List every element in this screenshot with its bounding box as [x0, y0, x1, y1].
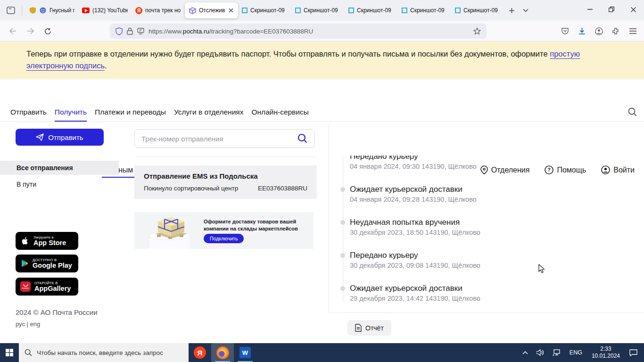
taskbar-clock[interactable]: 2:33 10.01.2024 — [588, 346, 624, 360]
firefox-icon — [216, 346, 229, 359]
sidebar-item-in-transit[interactable]: В пути — [17, 181, 36, 188]
url-scheme: https://www. — [149, 28, 183, 35]
event-title: Ожидает курьерской доставки — [350, 284, 462, 293]
nav-send[interactable]: Отправить — [10, 103, 47, 122]
tab-close-icon[interactable] — [228, 8, 234, 13]
track-number-input[interactable] — [134, 129, 315, 148]
extensions-button[interactable] — [609, 24, 623, 38]
close-window-button[interactable] — [622, 0, 644, 19]
event-details: 30 декабря 2023, 09:08 143190, Щёлково — [350, 262, 480, 269]
back-button[interactable] — [6, 24, 20, 38]
volume-icon[interactable] — [534, 343, 547, 362]
taskbar-search-box[interactable]: Чтобы начать поиск, введите здесь запрос — [19, 343, 189, 362]
taskbar-time: 2:33 — [592, 346, 620, 353]
appgallery-badge[interactable]: HUAWEI ОТКРОЙТЕ ВAppGallery — [16, 278, 78, 296]
nav-branch-services[interactable]: Услуги в отделениях — [174, 103, 244, 122]
permissions-icon[interactable] — [137, 28, 144, 34]
promo-connect-button[interactable]: Подключить — [204, 234, 244, 243]
restore-button[interactable] — [601, 0, 622, 19]
timeline-dot — [340, 187, 345, 192]
paper-plane-icon — [36, 133, 44, 141]
tab-0[interactable]: Гнусный п — [25, 2, 78, 18]
report-button[interactable]: Отчёт — [347, 320, 391, 336]
send-button-label: Отправить — [48, 133, 83, 141]
send-button[interactable]: Отправить — [16, 129, 104, 146]
taskbar-date: 10.01.2024 — [592, 353, 620, 360]
nav-online-services[interactable]: Онлайн-сервисы — [251, 103, 308, 122]
google-play-badge[interactable]: ДОСТУПНО ВGoogle Play — [16, 255, 78, 272]
account-button[interactable] — [592, 24, 606, 38]
badge-bottom-label: Google Play — [33, 262, 72, 269]
list-tabs-button[interactable] — [519, 3, 533, 17]
pocket-button[interactable] — [558, 24, 572, 38]
tab-6[interactable]: Скриншот-09 — [345, 2, 398, 18]
tab-title: почта трек но — [145, 7, 181, 14]
google-play-icon — [20, 259, 29, 268]
windows-taskbar: Чтобы начать поиск, введите здесь запрос… — [0, 343, 644, 362]
url-bar[interactable]: https://www.pochta.ru/tracking?barcode=E… — [110, 24, 487, 39]
tab-title: Скриншот-09 — [304, 7, 341, 14]
track-search-icon[interactable] — [297, 133, 307, 143]
nav-receive[interactable]: Получить — [55, 103, 87, 122]
menu-button[interactable] — [626, 24, 640, 38]
apple-icon — [20, 235, 30, 247]
app-store-badge[interactable]: Загрузите вApp Store — [16, 232, 78, 250]
sidebar-item-label: В пути — [17, 181, 36, 188]
tab-5[interactable]: Скриншот-09 — [291, 2, 345, 18]
marketplace-promo-banner[interactable]: Оформите доставку товаров вашей компании… — [134, 212, 314, 249]
event-details: 29 декабря 2023, 14:42 143190, Щёлково — [350, 295, 480, 302]
taskbar-word[interactable]: W — [234, 343, 256, 362]
browser-toolbar: https://www.pochta.ru/tracking?barcode=E… — [0, 21, 644, 41]
new-tab-button[interactable] — [504, 3, 519, 17]
reload-button[interactable] — [41, 24, 55, 38]
tab-3-active[interactable]: Отслежива — [185, 2, 238, 18]
tab-separator — [22, 5, 22, 16]
tab-4[interactable]: Скриншот-09 — [238, 2, 291, 18]
lock-icon[interactable] — [127, 27, 133, 35]
screenshot-icon — [242, 8, 248, 13]
language-indicator[interactable]: ENG — [567, 343, 585, 362]
sidebar-item-all-shipments[interactable]: Все отправления — [0, 161, 119, 175]
divider — [329, 313, 644, 313]
sidebar-item-label: Все отправления — [17, 164, 73, 172]
site-search-icon[interactable] — [628, 107, 637, 116]
character-favicon — [39, 7, 47, 14]
minimize-button[interactable] — [579, 0, 601, 19]
shipment-barcode: EE037603888RU — [258, 185, 307, 192]
tab-1[interactable]: (132) YouTube — [78, 2, 132, 18]
nav-payments[interactable]: Платежи и переводы — [95, 103, 166, 122]
shipment-card[interactable]: Отправление EMS из Подольска Покинуло со… — [134, 165, 317, 199]
badge-bottom-label: AppGallery — [34, 285, 71, 292]
downloads-button[interactable] — [575, 24, 589, 38]
divider — [134, 156, 317, 157]
youtube-icon — [82, 8, 90, 13]
tab-title: Скриншот-09 — [357, 7, 394, 14]
taskbar-yandex-browser[interactable]: Я — [189, 343, 211, 362]
taskbar-firefox[interactable] — [211, 343, 234, 362]
window-controls — [579, 0, 644, 19]
url-path: /tracking?barcode=EE037603888RU — [209, 28, 313, 35]
timeline-dot — [340, 220, 345, 225]
copyright-text: 2024 © АО Почта России — [16, 308, 98, 316]
tab-7[interactable]: Скриншот-09 — [398, 2, 451, 18]
site-nav: Отправить Получить Платежи и переводы Ус… — [0, 103, 644, 122]
language-switch[interactable]: рус | eng — [16, 321, 40, 328]
action-center-icon[interactable] — [627, 343, 640, 362]
screenshot-icon — [295, 8, 301, 13]
crest-favicon — [29, 7, 36, 14]
start-button[interactable] — [0, 343, 19, 362]
hidden-icons-chevron[interactable] — [520, 343, 531, 362]
yandex-icon: Я — [135, 7, 142, 14]
tab-title: Отслежива — [199, 7, 225, 14]
forward-button[interactable] — [24, 24, 38, 38]
screenshot-icon — [348, 8, 354, 13]
package-icon — [189, 7, 196, 14]
passport-notice-banner: Теперь при отправке в отделении нужно бу… — [0, 41, 644, 79]
tab-2[interactable]: Я почта трек но — [132, 2, 185, 18]
url-domain: pochta.ru — [183, 28, 209, 35]
network-icon[interactable] — [550, 343, 564, 362]
tab-8[interactable]: Скриншот-09 — [451, 2, 504, 18]
tracking-protection-shield-icon[interactable] — [116, 27, 123, 35]
bookmark-star-button[interactable] — [473, 27, 481, 35]
firefox-view-button[interactable] — [3, 3, 19, 17]
